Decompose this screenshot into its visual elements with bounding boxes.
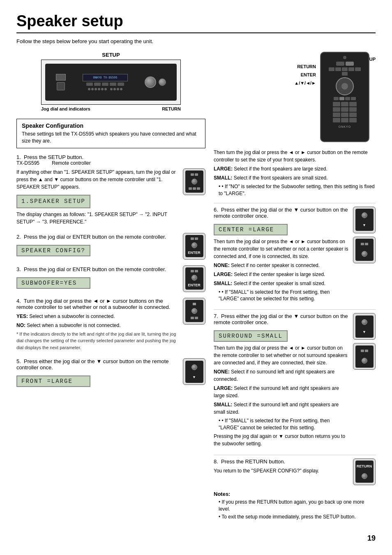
step-7-extra: Pressing the jog dial again or ▼ cursor …	[214, 433, 349, 447]
setup-label-top: SETUP	[102, 52, 120, 58]
step-2: 2. Press the jog dial or ENTER button on…	[16, 233, 205, 260]
receiver-inner: ONKYO TX-DS595	[45, 64, 177, 101]
step-1-device-labels: TX-DS595 Remote controller	[16, 160, 205, 166]
step-6-pre: Then turn the jog dial or press the ◄ or…	[214, 238, 349, 260]
remote-diagram-section: RETURN ENTER ▲/▼/◄/► SETUP	[214, 52, 376, 142]
step-7-img-top: ▼	[353, 313, 376, 340]
speaker-config-title: Speaker Configuration	[22, 122, 200, 129]
return-label: RETURN	[162, 106, 181, 111]
step-6-img-bottom	[353, 237, 376, 263]
note-item-2: To exit the setup mode immediately, pres…	[219, 514, 376, 520]
page-number: 19	[367, 534, 376, 543]
step-5: 5. Press either the jog dial or the ▼ cu…	[16, 358, 205, 389]
step-6-note: • If "SMALL" is selected for the Front s…	[219, 289, 349, 303]
device-label-txds595: TX-DS595	[16, 160, 39, 166]
step-8-img: RETURN	[353, 458, 376, 485]
diagram-labels: Jog dial and indicators RETURN	[41, 106, 181, 111]
remote-small-7a: ▼	[353, 313, 376, 340]
step-5-img: ▼	[183, 358, 205, 385]
notes-section: Notes: If you press the RETURN button ag…	[214, 491, 376, 520]
step-7-header: 7. Press either the jog dial or the ▼ cu…	[214, 313, 349, 325]
step-7-img-bottom	[353, 343, 376, 370]
page-title: Speaker setup	[16, 12, 376, 33]
step-5-right-text: Then turn the jog dial or press the ◄ or…	[214, 149, 376, 197]
remote-small-5: ▼	[183, 358, 205, 385]
remote-small-8: RETURN	[353, 458, 376, 485]
jog-label: Jog dial and indicators	[41, 106, 90, 111]
step-1-header: 1. Press the SETUP button. TX-DS595 Remo…	[16, 154, 205, 166]
step-3-lcd: SUBWOOFER=YES	[16, 277, 90, 289]
remote-small-3: ENTER	[183, 265, 205, 292]
step-6-header: 6. Press either the jog dial or the ▼ cu…	[214, 207, 349, 219]
step-1-lcd: 1.SPEAKER SETUP	[16, 195, 90, 208]
step-5-header: 5. Press either the jog dial or the ▼ cu…	[16, 358, 179, 371]
enter-annotation: ENTER	[293, 72, 316, 77]
step-7-lcd: SURROUND =SMALL	[214, 330, 288, 342]
step-3-header: 3. Press the jog dial or ENTER button on…	[16, 266, 179, 272]
step-8: 8. Press the RETURN button. You return t…	[214, 458, 376, 485]
step-4-body: YES: Select when a subwoofer is connecte…	[16, 313, 179, 351]
step-4: 4. Turn the jog dial or press the ◄ or ►…	[16, 298, 205, 353]
step-3-img: ENTER	[183, 265, 205, 292]
arrows-annotation: ▲/▼/◄/►	[293, 81, 316, 85]
remote-small-6a: ▼	[353, 207, 376, 233]
step-8-header: 8. Press the RETURN button.	[214, 458, 349, 465]
device-label-remote: Remote controller	[52, 160, 91, 166]
notes-title: Notes:	[214, 491, 376, 497]
remote-small-2: ENTER	[183, 233, 205, 260]
step-6-body: Then turn the jog dial or press the ◄ or…	[214, 238, 349, 303]
receiver-box: ONKYO TX-DS595	[41, 60, 181, 105]
step-8-body: You return to the "SPEAKER CONFIG?" disp…	[214, 467, 349, 474]
left-column: SETUP ONKYO TX-DS595	[16, 52, 205, 522]
step-7: 7. Press either the jog dial or the ▼ cu…	[214, 313, 376, 449]
step-5-pre: Then turn the jog dial or press the ◄ or…	[214, 149, 376, 164]
step-2-header: 2. Press the jog dial or ENTER button on…	[16, 234, 179, 240]
step-1-body: If anything other than "1. SPEAKER SETUP…	[16, 168, 179, 227]
speaker-config-box: Speaker Configuration These settings tel…	[16, 119, 205, 148]
step-2-lcd: SPEAKER CONFIG?	[16, 245, 90, 256]
step-1-note: The display changes as follows: "1. SPEA…	[16, 211, 179, 226]
step-4-header: 4. Turn the jog dial or press the ◄ or ►…	[16, 298, 179, 310]
remote-small-4	[183, 298, 205, 325]
step-3: 3. Press the jog dial or ENTER button on…	[16, 265, 205, 292]
remote-small-1	[183, 168, 205, 195]
remote-small-7b	[353, 343, 376, 370]
step-5-note: • If "NO" is selected for the Subwoofer …	[219, 183, 376, 197]
step-4-img	[183, 298, 205, 325]
step-5-lcd: FRONT =LARGE	[16, 375, 90, 387]
remote-large-body: ONKYO	[320, 52, 376, 142]
step-7-note: • If "SMALL" is selected for the Front s…	[219, 417, 349, 431]
return-annotation: RETURN	[293, 64, 316, 69]
step-6-lcd: CENTER =LARGE	[214, 224, 288, 235]
step-7-pre: Then turn the jog dial or press the ◄ or…	[214, 344, 349, 366]
step-7-body: Then turn the jog dial or press the ◄ or…	[214, 344, 349, 447]
remote-large: ONKYO	[320, 52, 369, 142]
intro-text: Follow the steps below before you start …	[16, 38, 376, 44]
step-1: 1. Press the SETUP button. TX-DS595 Remo…	[16, 154, 205, 227]
step-1-remote-img	[183, 168, 205, 195]
note-item-1: If you press the RETURN button again, yo…	[219, 499, 376, 513]
step-2-img: ENTER	[183, 233, 205, 260]
receiver-diagram: SETUP ONKYO TX-DS595	[16, 52, 205, 111]
step-6-img-top: ▼	[353, 207, 376, 233]
step-6: 6. Press either the jog dial or the ▼ cu…	[214, 207, 376, 304]
right-column: RETURN ENTER ▲/▼/◄/► SETUP	[214, 52, 376, 522]
remote-small-6b	[353, 237, 376, 263]
speaker-config-desc: These settings tell the TX-DS595 which s…	[22, 131, 200, 145]
